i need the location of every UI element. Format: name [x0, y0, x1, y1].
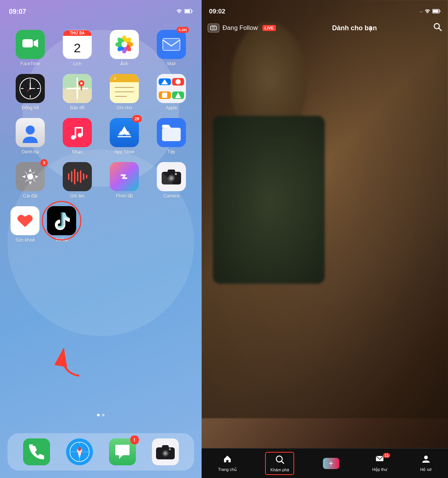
app-music[interactable]: Nhạc — [57, 118, 97, 155]
notes-label: Ghi chú — [116, 105, 132, 111]
app-mail[interactable]: 5.281 Mail — [152, 30, 191, 66]
app-settings[interactable]: 3 Cài đặt — [10, 162, 50, 199]
svg-rect-41 — [75, 127, 82, 128]
svg-rect-51 — [80, 170, 81, 183]
signal-icon-right: ···· — [420, 9, 423, 14]
svg-point-73 — [427, 13, 428, 13]
music-label: Nhạc — [72, 149, 83, 155]
contacts-label: Danh bạ — [22, 149, 39, 155]
app-tiktok[interactable]: TikTok — [47, 206, 76, 243]
app-apple[interactable]: Apple — [152, 74, 191, 111]
svg-rect-38 — [162, 93, 167, 98]
health-label: Sức khoẻ — [15, 238, 35, 243]
photos-label: Ảnh — [120, 61, 128, 66]
dock-camera[interactable] — [152, 438, 179, 465]
mail-badge: 5.281 — [177, 27, 189, 33]
svg-point-30 — [80, 82, 83, 84]
app-shortcuts[interactable]: Phím tắt — [105, 162, 144, 199]
camera-icon — [157, 162, 186, 191]
right-phone-screen: 09:02 ···· — [202, 0, 448, 478]
inbox-badge: 11 — [383, 453, 390, 458]
wifi-icon-left — [176, 8, 182, 15]
mail-label: Mail — [167, 61, 175, 66]
app-maps[interactable]: Bản đồ — [57, 74, 97, 111]
svg-rect-68 — [162, 445, 169, 449]
svg-rect-48 — [71, 171, 72, 182]
app-contacts[interactable]: Danh bạ — [10, 118, 50, 155]
svg-line-83 — [281, 461, 284, 463]
svg-rect-50 — [77, 172, 78, 181]
shortcuts-icon — [110, 162, 139, 191]
mail-icon: 5.281 — [157, 30, 186, 59]
app-photos[interactable]: Ảnh — [105, 30, 144, 66]
dock-safari[interactable] — [66, 438, 93, 465]
app-voicememos[interactable]: Ghi âm — [57, 162, 97, 199]
camera-dock-icon — [152, 438, 179, 465]
left-phone-screen: 09:07 — [0, 0, 202, 478]
dock-messages[interactable]: ! — [109, 438, 136, 465]
nav-discover-label: Khám phá — [270, 468, 289, 472]
nav-create[interactable]: + — [318, 455, 344, 472]
tiktok-icon — [47, 206, 76, 235]
apple-label: Apple — [166, 105, 177, 111]
app-health[interactable]: Sức khoẻ — [10, 206, 40, 243]
follow-text[interactable]: Đang Follow — [223, 24, 258, 32]
app-appstore[interactable]: 28 App Store — [105, 118, 144, 155]
messages-icon: ! — [109, 438, 136, 465]
svg-point-46 — [27, 174, 33, 180]
voicememos-label: Ghi âm — [70, 193, 85, 199]
tiktok-top-nav: Đang Follow LIVE Dành cho bạn — [202, 19, 448, 37]
nav-profile-label: Hồ sơ — [420, 467, 432, 472]
create-button[interactable]: + — [323, 458, 339, 469]
svg-text:≡: ≡ — [113, 76, 116, 81]
status-bar-right: 09:02 ···· — [202, 0, 448, 19]
app-grid: FaceTime THỨ BA 2 Lịch — [0, 19, 202, 206]
app-clock[interactable]: Đồng hồ — [10, 74, 50, 111]
phone-icon — [23, 438, 50, 465]
status-icons-left — [176, 8, 193, 15]
tab-for-you[interactable]: Dành cho bạn — [332, 24, 377, 32]
tiktok-bottom-nav: Trang chủ Khám phá + — [202, 448, 448, 478]
app-files[interactable]: Tệp — [152, 118, 191, 155]
facetime-icon — [16, 30, 45, 59]
voicememos-icon — [63, 162, 92, 191]
nav-inbox[interactable]: 11 Hộp thư — [368, 451, 392, 475]
dock-phone[interactable] — [23, 438, 50, 465]
settings-badge: 3 — [40, 159, 48, 167]
profile-icon — [421, 454, 430, 466]
clock-label: Đồng hồ — [22, 105, 39, 111]
appstore-icon: 28 — [110, 118, 139, 147]
dock: ! — [7, 433, 194, 471]
nav-inbox-label: Hộp thư — [372, 467, 387, 472]
nav-home[interactable]: Trang chủ — [214, 451, 241, 475]
app-notes[interactable]: ≡ Ghi chú — [105, 74, 144, 111]
svg-point-84 — [424, 456, 428, 459]
page-dot-1 — [97, 414, 100, 416]
svg-marker-4 — [34, 39, 38, 47]
page-dot-2 — [102, 414, 105, 416]
discover-icon — [275, 455, 284, 466]
search-button[interactable] — [433, 22, 442, 34]
svg-point-72 — [169, 448, 171, 450]
shortcuts-label: Phím tắt — [116, 193, 133, 199]
live-tv-icon — [208, 24, 220, 32]
svg-rect-55 — [168, 170, 175, 173]
svg-marker-39 — [175, 92, 181, 98]
svg-rect-3 — [22, 39, 33, 47]
battery-icon-left — [184, 8, 193, 15]
app-camera[interactable]: Camera — [152, 162, 191, 199]
app-facetime[interactable]: FaceTime — [10, 30, 50, 66]
appstore-badge: 28 — [132, 115, 142, 122]
svg-rect-15 — [163, 38, 180, 50]
nav-profile[interactable]: Hồ sơ — [416, 451, 436, 475]
svg-point-37 — [175, 79, 181, 84]
svg-point-25 — [29, 88, 31, 90]
svg-rect-79 — [212, 27, 215, 29]
nav-discover[interactable]: Khám phá — [265, 452, 294, 475]
app-calendar[interactable]: THỨ BA 2 Lịch — [57, 30, 97, 66]
wifi-icon-right — [424, 9, 430, 15]
svg-point-40 — [26, 125, 35, 134]
svg-point-71 — [164, 452, 167, 455]
person-body — [213, 116, 325, 284]
photos-icon — [110, 30, 139, 59]
